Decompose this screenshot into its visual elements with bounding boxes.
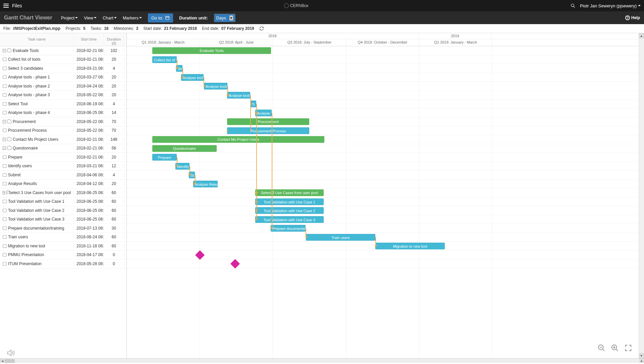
horizontal-scrollbar[interactable]: ◂ ▸ — [0, 358, 644, 363]
task-name: Identify users — [8, 164, 32, 168]
collapse-toggle[interactable]: − — [3, 146, 6, 150]
timeline-year: 2018 — [127, 33, 419, 39]
collapse-toggle[interactable]: − — [3, 120, 6, 123]
file-icon — [3, 244, 7, 248]
col-header-start[interactable]: Start time — [74, 33, 104, 46]
task-row[interactable]: −Procurement2018-05-22 08:0070 — [0, 117, 126, 126]
task-row[interactable]: ITUM Presentation2018-05-28 08:000 — [0, 259, 126, 268]
caret-down-icon — [638, 5, 641, 6]
zoom-in-icon[interactable] — [611, 344, 619, 352]
duration-unit-select[interactable]: Days ▾ — [214, 14, 236, 22]
gantt-summary-bar[interactable]: Select 3 Use Cases from user pool — [255, 189, 324, 196]
user-menu[interactable]: Piotr Jan Seweryn (pjsewery) — [580, 3, 641, 8]
col-header-duration[interactable]: Duration [d] — [104, 33, 124, 46]
task-name: Select 3 candidates — [8, 66, 43, 71]
gantt-timeline[interactable]: 20182019 Q1 2018: January - MarchQ2 2018… — [127, 33, 639, 358]
task-row[interactable]: Migration to new tool2018-11-16 08:0060 — [0, 242, 126, 251]
gantt-task-bar[interactable]: Prepare documentation/ — [271, 225, 306, 232]
scroll-left-button[interactable]: ◂ — [0, 359, 5, 363]
col-header-name[interactable]: Task name — [0, 33, 74, 46]
timeline-row: Select 3 Use Cases from user pool — [127, 188, 639, 197]
speaker-icon[interactable] — [6, 349, 15, 357]
timeline-row: Evaluate Tools — [127, 46, 639, 55]
scroll-right-button[interactable]: ▸ — [639, 359, 644, 363]
gantt-milestone[interactable] — [195, 250, 205, 259]
collapse-toggle[interactable]: − — [3, 138, 6, 141]
task-row[interactable]: Analyse tools - phase 32018-05-22 08:002… — [0, 91, 126, 100]
scroll-thumb[interactable] — [5, 359, 15, 363]
gantt-task-bar[interactable]: Migration to new tool — [375, 243, 445, 249]
task-row[interactable]: Select Tool2018-06-19 08:004 — [0, 100, 126, 109]
files-label[interactable]: Files — [12, 3, 22, 8]
menu-chart[interactable]: Chart — [103, 15, 117, 20]
task-row[interactable]: −Evaluate Tools2018-02-21 08:00102 — [0, 46, 126, 55]
timeline-row: Identify u — [127, 162, 639, 171]
search-icon[interactable] — [571, 3, 575, 8]
gantt-task-bar[interactable]: Analyse tools - p — [181, 74, 204, 81]
grid-body[interactable]: −Evaluate Tools2018-02-21 08:00102Collec… — [0, 46, 126, 358]
task-row[interactable]: −Questionnaire2018-02-21 08:0056 — [0, 144, 126, 153]
gantt-task-bar[interactable]: Collect list of tools — [152, 56, 177, 63]
collapse-toggle[interactable]: − — [3, 49, 6, 52]
folder-icon — [6, 191, 7, 194]
gantt-task-bar[interactable]: Tool Validation with Use Case 3 — [255, 216, 324, 223]
task-row[interactable]: PMMU Presentation2018-04-17 08:000 — [0, 251, 126, 260]
task-row[interactable]: Select 3 candidates2018-03-21 08:004 — [0, 64, 126, 73]
task-row[interactable]: Analyse tools - phase 42018-06-25 08:001… — [0, 109, 126, 118]
task-row[interactable]: −Select 3 Use Cases from user pool2018-0… — [0, 188, 126, 197]
gantt-task-bar[interactable]: Tool Validation with Use Case 1 — [255, 198, 324, 205]
gantt-task-bar[interactable]: Procurement Process — [227, 127, 309, 134]
task-row[interactable]: Prepare2018-02-21 08:0020 — [0, 153, 126, 162]
zoom-out-icon[interactable] — [598, 344, 605, 352]
task-row[interactable]: Prepare documentation/training2018-07-13… — [0, 224, 126, 233]
task-row[interactable]: Submit2018-04-06 08:004 — [0, 171, 126, 180]
refresh-icon[interactable] — [259, 26, 264, 31]
task-row[interactable]: Analyse tools - phase 22018-04-24 08:002… — [0, 82, 126, 91]
scroll-down-button[interactable]: ▾ — [639, 353, 644, 358]
menu-view[interactable]: View — [84, 15, 97, 20]
svg-line-1 — [574, 6, 575, 8]
task-row[interactable]: Identify users2018-03-21 08:0012 — [0, 162, 126, 171]
select-caret-icon: ▾ — [229, 15, 233, 20]
task-start: 2018-04-06 08:00 — [74, 173, 104, 177]
task-row[interactable]: Tool Validation with Use Case 12018-06-2… — [0, 197, 126, 206]
scroll-up-button[interactable]: ▴ — [639, 33, 644, 39]
fullscreen-icon[interactable] — [625, 344, 632, 352]
timeline-body[interactable]: Evaluate ToolsCollect list of toolsSeAna… — [127, 46, 639, 358]
vertical-scrollbar[interactable]: ▴ ▾ — [639, 33, 644, 358]
goto-button[interactable]: Go to: — [148, 13, 173, 22]
gantt-summary-bar[interactable]: Procurement — [227, 118, 309, 125]
gantt-summary-bar[interactable]: Questionnaire — [152, 145, 217, 152]
gantt-task-bar[interactable]: Analyse tools - p — [227, 92, 250, 99]
task-row[interactable]: Analyse Results2018-04-12 08:0020 — [0, 180, 126, 189]
gantt-summary-bar[interactable]: Contact Ms Project Users — [152, 136, 324, 143]
task-row[interactable]: Train users2018-08-24 08:0060 — [0, 233, 126, 242]
menu-markers[interactable]: Markers — [123, 15, 142, 20]
task-row[interactable]: Tool Validation with Use Case 32018-06-2… — [0, 215, 126, 224]
folder-icon — [7, 138, 11, 141]
menu-project[interactable]: Project — [61, 15, 78, 20]
task-row[interactable]: Collect list of tools2018-02-21 08:0020 — [0, 55, 126, 64]
timeline-row: Analyse to — [127, 109, 639, 118]
gantt-task-bar[interactable]: Prepare — [152, 154, 177, 161]
gantt-task-bar[interactable]: Train users — [306, 234, 375, 241]
gantt-summary-bar[interactable]: Evaluate Tools — [152, 47, 271, 54]
task-start: 2018-06-25 08:00 — [74, 110, 104, 115]
toolbar: Gantt Chart Viewer Project View Chart Ma… — [0, 11, 644, 24]
task-row[interactable]: Analyse tools - phase 12018-03-27 08:002… — [0, 73, 126, 82]
gantt-task-bar[interactable]: Tool Validation with Use Case 2 — [255, 207, 324, 214]
task-row[interactable]: −Contact Ms Project Users2018-02-21 08:0… — [0, 135, 126, 144]
timeline-row: Su — [127, 171, 639, 180]
dependency-link — [250, 95, 252, 131]
hamburger-icon[interactable] — [3, 4, 9, 8]
calendar-icon — [165, 15, 170, 20]
task-row[interactable]: Procurement Process2018-05-22 08:0070 — [0, 126, 126, 135]
gantt-milestone[interactable] — [230, 259, 240, 268]
task-start: 2018-05-22 08:00 — [74, 128, 104, 133]
gantt-task-bar[interactable]: Analyse tools - p — [204, 83, 227, 89]
help-button[interactable]: ? Help — [625, 15, 640, 20]
task-name: Select 3 Use Cases from user pool — [9, 190, 71, 195]
task-row[interactable]: Tool Validation with Use Case 22018-06-2… — [0, 206, 126, 215]
dependency-arrow-icon — [204, 85, 205, 87]
collapse-toggle[interactable]: − — [3, 191, 5, 194]
